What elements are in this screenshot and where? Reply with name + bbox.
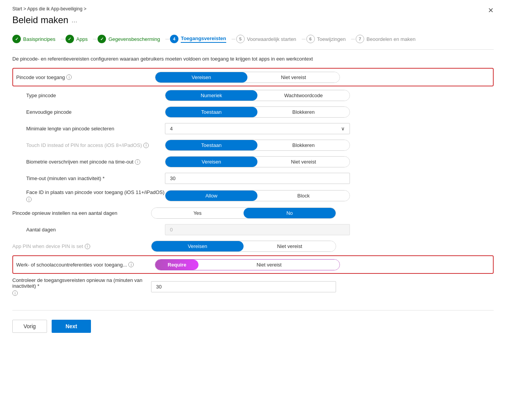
breadcrumb-start[interactable]: Start <box>12 6 22 12</box>
touch-id-toestaan-btn[interactable]: Toestaan <box>165 140 257 150</box>
pincode-toegang-info-icon[interactable]: i <box>66 74 72 80</box>
app-pin-row: App PIN when device PIN is set i Vereise… <box>12 238 494 255</box>
eenvoudige-pincode-label: Eenvoudige pincode <box>26 109 165 115</box>
allow-btn[interactable]: Allow <box>165 191 257 201</box>
type-pincode-row: Type pincode Numeriek Wachtwoordcode <box>12 87 494 104</box>
step-toewijzingen[interactable]: 6 Toewijzingen <box>306 33 350 45</box>
type-pincode-control: Numeriek Wachtwoordcode <box>165 90 494 101</box>
step-circle-7: 7 <box>356 35 364 43</box>
biometrie-vereisen-btn[interactable]: Vereisen <box>165 157 257 167</box>
minimale-lengte-label: Minimale lengte van pincode selecteren <box>26 126 165 132</box>
aantal-dagen-input <box>165 224 350 235</box>
blokkeren-btn[interactable]: Blokkeren <box>257 107 350 117</box>
step-beoordelen[interactable]: 7 Beoordelen en maken <box>356 33 420 45</box>
step-basisprincipes[interactable]: ✓ Basisprincipes <box>12 33 60 45</box>
require-btn[interactable]: Require <box>155 260 198 270</box>
pincode-dagen-label: Pincode opnieuw instellen na een aantal … <box>12 210 151 216</box>
toestaan-btn[interactable]: Toestaan <box>165 107 257 117</box>
step-label-7: Beoordelen en maken <box>366 36 415 42</box>
pincode-toegang-row: Pincode voor toegang i Vereisen Niet ver… <box>12 68 494 86</box>
numeriek-btn[interactable]: Numeriek <box>165 90 257 101</box>
footer: Vorig Next <box>12 310 494 336</box>
timeout-row: Time-out (minuten van inactiviteit) * <box>12 170 494 187</box>
pincode-dagen-toggle[interactable]: Yes No <box>151 207 336 219</box>
touch-id-info-icon[interactable]: i <box>143 143 149 148</box>
biometrie-info-icon[interactable]: i <box>135 159 140 165</box>
eenvoudige-pincode-toggle[interactable]: Toestaan Blokkeren <box>165 106 350 118</box>
step-circle-6: 6 <box>306 35 315 43</box>
biometrie-toggle[interactable]: Vereisen Niet vereist <box>165 156 350 167</box>
face-id-label: Face ID in plaats van pincode voor toega… <box>26 189 165 202</box>
touch-id-row: Touch ID instead of PIN for access (iOS … <box>12 137 494 153</box>
werk-niet-vereist-btn[interactable]: Niet vereist <box>198 260 340 270</box>
close-button[interactable]: ✕ <box>488 6 494 15</box>
timeout-control <box>165 173 494 184</box>
face-id-toggle[interactable]: Allow Block <box>165 190 350 201</box>
minimale-lengte-dropdown[interactable]: 4 ∨ <box>165 123 350 134</box>
werk-school-control: Require Niet vereist <box>155 259 490 270</box>
minimale-lengte-control: 4 ∨ <box>165 123 494 134</box>
block-btn[interactable]: Block <box>257 191 350 201</box>
app-pin-niet-vereist-btn[interactable]: Niet vereist <box>244 241 336 251</box>
minimale-lengte-row: Minimale lengte van pincode selecteren 4… <box>12 120 494 137</box>
pincode-dagen-row: Pincode opnieuw instellen na een aantal … <box>12 205 494 221</box>
werk-school-row: Werk- of schoolaccountreferenties voor t… <box>12 255 494 274</box>
step-voorwaardelijk[interactable]: 5 Voorwaardelijk starten <box>236 33 301 45</box>
controleer-toegang-control <box>151 281 494 292</box>
app-pin-toggle[interactable]: Vereisen Niet vereist <box>151 241 336 252</box>
biometrie-label: Biometrie overschrijven met pincode na t… <box>26 159 165 165</box>
wachtwoordcode-btn[interactable]: Wachtwoordcode <box>257 90 350 101</box>
pincode-toegang-toggle[interactable]: Vereisen Niet vereist <box>155 72 340 83</box>
vereisen-btn[interactable]: Vereisen <box>155 72 247 83</box>
werk-school-toggle[interactable]: Require Niet vereist <box>155 259 340 270</box>
no-btn[interactable]: No <box>244 208 336 218</box>
form-section: Pincode voor toegang i Vereisen Niet ver… <box>12 68 494 302</box>
aantal-dagen-control <box>165 224 494 235</box>
aantal-dagen-row: Aantal dagen <box>12 221 494 238</box>
aantal-dagen-label: Aantal dagen <box>26 227 165 233</box>
niet-vereist-btn[interactable]: Niet vereist <box>247 72 340 83</box>
yes-btn[interactable]: Yes <box>151 208 244 218</box>
face-id-control: Allow Block <box>165 190 494 201</box>
app-pin-control: Vereisen Niet vereist <box>151 241 494 252</box>
face-id-row: Face ID in plaats van pincode voor toega… <box>12 187 494 205</box>
biometrie-row: Biometrie overschrijven met pincode na t… <box>12 153 494 170</box>
next-button[interactable]: Next <box>52 320 91 333</box>
step-toegangsvereisten[interactable]: 4 Toegangsvereisten <box>170 33 231 45</box>
pincode-toegang-control: Vereisen Niet vereist <box>155 72 490 83</box>
breadcrumb: Start > Apps die ik App-beveiliging > <box>12 6 494 12</box>
prev-button[interactable]: Vorig <box>12 320 47 333</box>
timeout-input[interactable] <box>165 173 350 184</box>
type-pincode-toggle[interactable]: Numeriek Wachtwoordcode <box>165 90 350 101</box>
step-label-4: Toegangsvereisten <box>181 35 226 43</box>
biometrie-niet-vereist-btn[interactable]: Niet vereist <box>257 157 350 167</box>
dropdown-chevron-icon: ∨ <box>341 126 345 132</box>
eenvoudige-pincode-row: Eenvoudige pincode Toestaan Blokkeren <box>12 104 494 120</box>
step-circle-4: 4 <box>170 35 178 43</box>
pincode-dagen-control: Yes No <box>151 207 494 219</box>
touch-id-toggle[interactable]: Toestaan Blokkeren <box>165 140 350 151</box>
controleer-toegang-row: Controleer de toegangsvereisten opnieuw … <box>12 275 494 299</box>
timeout-label: Time-out (minuten van inactiviteit) * <box>26 175 165 181</box>
section-description: De pincode- en referentievereisten confi… <box>12 56 494 62</box>
step-label-3: Gegevensbescherming <box>108 36 160 42</box>
face-id-info-icon[interactable]: i <box>26 197 32 202</box>
breadcrumb-apps[interactable]: Apps die ik App-beveiliging <box>27 6 82 12</box>
touch-id-control: Toestaan Blokkeren <box>165 140 494 151</box>
touch-id-blokkeren-btn[interactable]: Blokkeren <box>257 140 350 150</box>
title-ellipsis: ... <box>71 16 77 24</box>
controleer-info-icon[interactable]: i <box>12 290 18 296</box>
biometrie-control: Vereisen Niet vereist <box>165 156 494 167</box>
step-gegevensbescherming[interactable]: ✓ Gegevensbescherming <box>98 33 165 45</box>
app-pin-info-icon[interactable]: i <box>85 244 90 249</box>
minimale-lengte-value: 4 <box>170 126 173 132</box>
controleer-input[interactable] <box>151 281 336 292</box>
eenvoudige-pincode-control: Toestaan Blokkeren <box>165 106 494 118</box>
type-pincode-label: Type pincode <box>26 93 165 98</box>
werk-school-label: Werk- of schoolaccountreferenties voor t… <box>16 262 155 268</box>
step-circle-2: ✓ <box>66 35 74 43</box>
page-title: Beleid maken <box>12 15 68 25</box>
step-apps[interactable]: ✓ Apps <box>66 33 92 45</box>
werk-school-info-icon[interactable]: i <box>128 262 134 267</box>
app-pin-vereisen-btn[interactable]: Vereisen <box>151 241 244 251</box>
